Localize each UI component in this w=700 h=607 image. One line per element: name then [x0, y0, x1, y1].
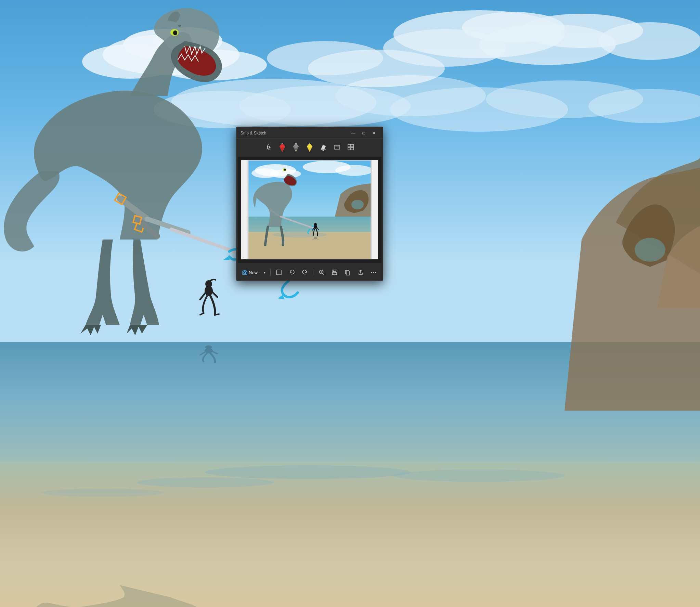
- eraser-tool[interactable]: [317, 141, 329, 153]
- svg-point-72: [351, 200, 364, 209]
- svg-point-25: [393, 469, 565, 482]
- svg-rect-52: [295, 143, 297, 144]
- svg-point-81: [314, 223, 317, 226]
- svg-point-71: [335, 165, 373, 176]
- canvas-inner[interactable]: [241, 160, 378, 259]
- touch-writing-tool[interactable]: [262, 141, 275, 153]
- svg-point-24: [137, 477, 274, 488]
- svg-point-11: [599, 22, 700, 60]
- svg-point-43: [205, 346, 212, 349]
- redo-icon: [302, 269, 308, 275]
- svg-point-103: [373, 272, 374, 273]
- svg-rect-49: [282, 143, 283, 144]
- toolbar-separator-2: [313, 269, 313, 276]
- share-icon: [358, 269, 364, 275]
- svg-line-94: [323, 274, 324, 275]
- svg-rect-101: [346, 271, 350, 275]
- new-label: New: [249, 270, 258, 275]
- svg-point-90: [244, 272, 246, 274]
- share-button[interactable]: [354, 266, 367, 279]
- svg-rect-99: [333, 272, 336, 275]
- close-button[interactable]: ✕: [369, 130, 379, 137]
- snip-shape-button[interactable]: [273, 266, 285, 279]
- minimize-button[interactable]: —: [349, 130, 358, 137]
- maximize-button[interactable]: □: [359, 130, 368, 137]
- scene-svg: [0, 0, 700, 607]
- svg-point-23: [205, 465, 411, 479]
- crop-tool[interactable]: [345, 141, 357, 153]
- svg-point-46: [268, 146, 270, 148]
- copy-icon: [345, 269, 351, 275]
- save-button[interactable]: [328, 266, 341, 279]
- svg-point-13: [267, 41, 383, 75]
- more-options-button[interactable]: [367, 266, 380, 279]
- highlighter-tool[interactable]: [303, 141, 316, 153]
- svg-point-26: [41, 489, 164, 497]
- snip-sketch-window: Snip & Sketch — □ ✕: [236, 127, 383, 281]
- svg-rect-98: [333, 270, 336, 272]
- bottom-toolbar: New ▾: [236, 264, 383, 281]
- svg-point-102: [371, 272, 372, 273]
- copy-button[interactable]: [341, 266, 354, 279]
- svg-point-85: [314, 237, 317, 238]
- svg-point-77: [284, 169, 286, 171]
- svg-point-91: [246, 271, 247, 272]
- zoom-button[interactable]: [315, 266, 328, 279]
- camera-icon: [242, 270, 247, 275]
- dropdown-arrow-icon: ▾: [264, 271, 265, 274]
- window-title: Snip & Sketch: [241, 131, 266, 135]
- svg-point-29: [173, 30, 177, 35]
- redo-button[interactable]: [299, 266, 311, 279]
- drawing-toolbar: [236, 139, 383, 155]
- more-options-icon: [371, 269, 377, 275]
- new-dropdown-button[interactable]: ▾: [261, 269, 268, 276]
- toolbar-separator-1: [270, 269, 271, 276]
- svg-rect-92: [276, 270, 281, 275]
- new-snip-button[interactable]: New: [239, 268, 260, 277]
- ruler-tool[interactable]: [331, 141, 343, 153]
- undo-button[interactable]: [286, 266, 298, 279]
- canvas-area: [238, 157, 381, 263]
- window-controls: — □ ✕: [349, 130, 379, 137]
- pencil-tool[interactable]: [290, 141, 302, 153]
- svg-rect-22: [0, 462, 700, 607]
- ballpoint-pen-tool[interactable]: [276, 141, 288, 153]
- svg-point-27: [635, 238, 665, 262]
- zoom-icon: [319, 269, 325, 275]
- svg-point-30: [178, 25, 181, 27]
- window-titlebar: Snip & Sketch — □ ✕: [236, 127, 383, 139]
- svg-rect-56: [309, 143, 310, 144]
- svg-point-104: [375, 272, 376, 273]
- undo-icon: [289, 269, 295, 275]
- snip-shape-icon: [276, 269, 282, 275]
- svg-point-75: [272, 232, 327, 237]
- save-icon: [332, 269, 338, 275]
